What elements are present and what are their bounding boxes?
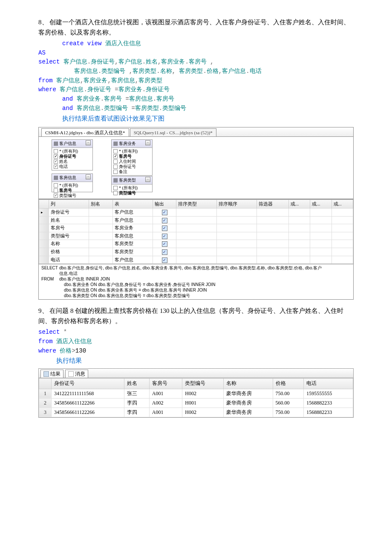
minimize-icon[interactable]: – — [145, 140, 150, 145]
minimize-icon[interactable]: – — [145, 177, 150, 182]
result-row[interactable]: 33458566611122266李四A001H002豪华商务房750.0015… — [39, 408, 353, 417]
message-icon — [68, 371, 74, 377]
grid-icon — [43, 371, 49, 377]
result-row[interactable]: 13412221111111568张三A001H002豪华商务房750.0015… — [39, 389, 353, 398]
table-icon: ▦ 客房类型 — [113, 177, 136, 184]
criteria-row[interactable]: 电话客户信息✓ — [39, 256, 353, 264]
table-box[interactable]: ▦ 客户信息–* (所有列)身份证号姓名电话 — [52, 139, 93, 171]
grid-header[interactable]: 或... — [310, 199, 331, 208]
designer-tab-inactive[interactable]: SQLQuery11.sql - CS....jdglsys (sa (52))… — [130, 128, 216, 136]
grid-header[interactable]: 或... — [288, 199, 310, 208]
grid-header[interactable]: 别名 — [89, 199, 112, 208]
grid-header[interactable]: 列 — [49, 199, 89, 208]
result-header[interactable]: 价格 — [273, 379, 304, 389]
checkbox-icon[interactable]: ✓ — [162, 234, 167, 239]
grid-header[interactable]: 排序顺序 — [216, 199, 257, 208]
criteria-row[interactable]: 身份证号客户信息✓ — [39, 208, 353, 217]
results-grid-screenshot: 结果 消息 身份证号姓名客房号类型编号名称价格电话134122211111115… — [38, 368, 354, 418]
result-header[interactable]: 客房号 — [149, 379, 182, 389]
grid-header[interactable]: 或... — [331, 199, 353, 208]
result-header[interactable]: 类型编号 — [182, 379, 224, 389]
minimize-icon[interactable]: – — [86, 140, 91, 145]
result-header[interactable]: 名称 — [223, 379, 273, 389]
grid-header[interactable]: 排序类型 — [176, 199, 216, 208]
view-designer-screenshot: CSMH-A12.jdglsys - dbo.酒店入住信息* SQLQuery1… — [38, 127, 354, 300]
checkbox-icon[interactable]: ✓ — [162, 249, 167, 255]
table-icon: ▦ 客房业务 — [113, 140, 136, 147]
code-block-9: select *from 酒店入住信息where 价格>130 — [38, 328, 354, 356]
results-tab-grid[interactable]: 结果 — [40, 370, 63, 378]
checkbox-icon[interactable]: ✓ — [162, 218, 167, 223]
designer-tabbar: CSMH-A12.jdglsys - dbo.酒店入住信息* SQLQuery1… — [38, 127, 354, 137]
result-note-9: 执行结果 — [56, 356, 354, 366]
table-box[interactable]: ▦ 客房信息–* (所有列)客房号类型编号 — [52, 173, 93, 192]
minimize-icon[interactable]: – — [86, 174, 91, 179]
grid-header[interactable]: 表 — [112, 199, 153, 208]
grid-header[interactable]: 筛选器 — [257, 199, 289, 208]
results-tab-messages[interactable]: 消息 — [65, 370, 88, 378]
criteria-row[interactable]: 姓名客户信息✓ — [39, 216, 353, 224]
question-8: 8、 创建一个酒店入住信息统计视图，该视图显示酒店客房号、入住客户身份证号、入住… — [38, 17, 354, 38]
checkbox-icon[interactable]: ✓ — [162, 210, 167, 215]
checkbox-icon[interactable]: ✓ — [162, 257, 167, 263]
result-header[interactable]: 身份证号 — [52, 379, 124, 389]
results-table: 身份证号姓名客房号类型编号名称价格电话13412221111111568张三A0… — [38, 378, 354, 418]
criteria-row[interactable]: 名称客房类型✓ — [39, 240, 353, 248]
criteria-row[interactable]: 价格客房类型✓ — [39, 248, 353, 256]
table-box[interactable]: ▦ 客房类型–* (所有列)类型编号 — [111, 176, 153, 192]
code-block-8: create view 酒店入住信息ASselect 客户信息.身份证号,客户信… — [38, 39, 354, 113]
results-tabs: 结果 消息 — [38, 368, 354, 378]
criteria-pane: 列别名表输出排序类型排序顺序筛选器或...或...或...身份证号客户信息✓姓名… — [38, 199, 354, 265]
result-header[interactable]: 电话 — [304, 379, 353, 389]
diagram-pane: ▦ 客户信息–* (所有列)身份证号姓名电话▦ 客房业务–* (所有列)客房号入… — [38, 137, 354, 199]
checkbox-icon[interactable]: ✓ — [162, 225, 167, 231]
result-note-8: 执行结果后查看试图设计效果见下图 — [62, 113, 354, 124]
checkbox-icon[interactable]: ✓ — [162, 241, 167, 247]
table-icon: ▦ 客房信息 — [54, 174, 76, 181]
grid-header[interactable]: 输出 — [153, 199, 176, 208]
question-9: 9、 在问题 8 创建的视图上查找客房价格在 130 以上的入住信息（客房号、身… — [38, 306, 354, 326]
result-row[interactable]: 23458566611122266李四A002H001豪华商务房560.0015… — [39, 398, 353, 408]
table-icon: ▦ 客户信息 — [54, 140, 76, 147]
designer-tab-active[interactable]: CSMH-A12.jdglsys - dbo.酒店入住信息* — [41, 128, 129, 136]
result-header[interactable]: 姓名 — [124, 379, 150, 389]
table-box[interactable]: ▦ 客房业务–* (所有列)客房号入住时间身份证号备注 — [111, 139, 153, 176]
criteria-row[interactable]: 类型编号客房信息✓ — [39, 232, 353, 240]
criteria-row[interactable]: 客房号客房业务✓ — [39, 224, 353, 232]
sql-pane: SELECTdbo.客户信息.身份证号, dbo.客户信息.姓名, dbo.客房… — [38, 264, 354, 300]
